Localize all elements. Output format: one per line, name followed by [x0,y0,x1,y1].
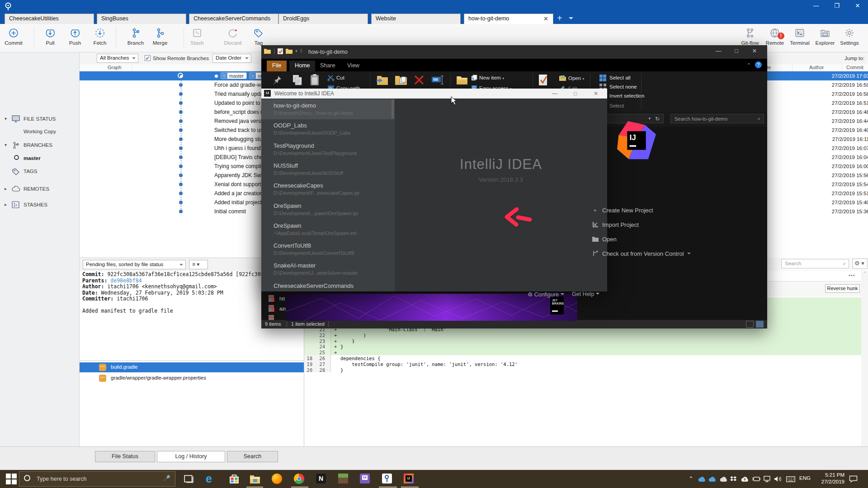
repo-tab[interactable]: Website [371,14,461,24]
task-view-button[interactable] [184,474,194,484]
welcome-maximize-button[interactable]: □ [574,90,577,97]
sidebar-branches[interactable]: ▾ BRANCHES [0,141,80,151]
new-tab-button[interactable]: + [557,14,562,22]
taskbar-store-icon[interactable] [229,474,240,484]
taskbar-edge-icon[interactable]: e [206,474,217,484]
welcome-minimize-button[interactable]: — [552,90,557,97]
network-icon[interactable] [764,476,772,482]
repo-tab[interactable]: CheesecakeServerCommands [189,14,278,24]
recent-project-item[interactable]: how-to-git-demo D:\Kenneth\Docu...\how-t… [261,99,395,119]
taskbar-search[interactable]: Type here to search 🎤 [19,471,175,487]
delete-icon[interactable] [413,74,425,86]
language-indicator[interactable]: ENG [799,475,811,481]
new-item-icon[interactable] [471,75,477,81]
open-label[interactable]: Open ▾ [568,75,584,81]
reverse-hunk-button[interactable]: Reverse hunk [825,284,860,293]
tab-file-status[interactable]: File Status [95,451,155,462]
fetch-button[interactable]: Fetch [82,27,118,46]
sidebar-stashes[interactable]: ▸ STASHES [0,201,80,211]
ribbon-tab-home[interactable]: Home [289,61,315,71]
close-button[interactable]: ✕ [847,0,868,13]
get-help-menu[interactable]: Get Help [572,291,599,297]
file-row[interactable]: ··· gradle/wrapper/gradle-wrapper.proper… [80,373,304,383]
open-icon[interactable] [559,75,566,81]
dropbox-icon[interactable] [730,476,737,483]
repo-tab[interactable]: SingBuses [97,14,186,24]
show-remote-checkbox[interactable]: ✓ [145,55,151,61]
new-folder-icon[interactable] [456,74,468,86]
copy-icon[interactable] [292,74,303,86]
diff-scrollbar[interactable]: ⌃ [861,271,868,446]
details-view-button[interactable] [746,321,754,328]
backup-cloud-icon[interactable] [741,476,749,482]
file-collapse-button[interactable]: ••• [849,272,855,278]
diff-search-input[interactable]: Search⌕ [781,259,849,268]
sidebar-file-status[interactable]: ▾ FILE STATUS [0,115,80,125]
start-button[interactable] [6,474,17,484]
help-icon[interactable]: ? [755,61,762,68]
taskbar-twitch-icon[interactable] [360,474,371,484]
order-dropdown[interactable]: Date Order [212,54,251,63]
ribbon-tab-file[interactable]: File [267,61,287,71]
repo-tab-active[interactable]: how-to-git-demo✕ [464,14,553,24]
power-icon[interactable] [752,476,761,482]
projects-scrollbar[interactable] [392,99,394,118]
sidebar-branch-master[interactable]: master [0,154,80,164]
recent-project-item[interactable]: ConvertToUtf8 D:\Development\Java\Conver… [261,239,395,259]
copy-to-icon[interactable] [394,74,408,86]
taskbar-notion-icon[interactable]: N [316,474,327,484]
sidebar-working-copy[interactable]: Working Copy [0,127,80,137]
commit-button[interactable]: Commit [0,27,32,46]
explorer-close-button[interactable]: ✕ [745,45,764,58]
thumbnail-view-button[interactable] [756,321,764,328]
keyboard-icon[interactable] [786,476,795,482]
taskbar-chrome-icon[interactable] [294,474,305,484]
tab-search[interactable]: Search [227,451,278,462]
recent-project-item[interactable]: SnakeAI-master D:\Development\J...ameSol… [261,259,395,279]
tray-expand-icon[interactable]: ⌃ [689,475,693,482]
volume-icon[interactable] [774,476,783,482]
new-item-label[interactable]: New item ▾ [479,75,504,80]
onedrive-icon[interactable] [708,476,717,482]
action-center-icon[interactable] [849,475,858,483]
taskbar-minecraft-icon[interactable] [338,474,349,484]
settings-button[interactable]: Settings [831,27,868,46]
cut-label[interactable]: Cut [336,75,344,80]
ribbon-tab-view[interactable]: View [342,61,365,71]
explorer-maximize-button[interactable]: □ [727,45,745,58]
paste-icon[interactable] [309,74,320,86]
recent-project-item[interactable]: OreSpawn D:\Development\...pawn\OreSpawn… [261,200,395,220]
recent-project-item[interactable]: OODP_Labs D:\Development\Java\OODP_Labs [261,119,395,139]
select-all-label[interactable]: Select all [609,75,631,80]
taskbar-explorer-icon[interactable] [250,474,260,484]
diff-options-button[interactable]: ⚙ ▾ [852,258,868,269]
branch-filter-dropdown[interactable]: All Branches [97,54,138,63]
ribbon-collapse-icon[interactable]: ⌃ [747,62,751,68]
properties-icon[interactable] [538,74,549,86]
select-none-label[interactable]: Select none [609,84,637,89]
configure-menu[interactable]: ⚙ Configure [528,291,564,298]
close-tab-icon[interactable]: ✕ [543,15,548,22]
taskbar-intellij-icon[interactable]: IJ [404,474,415,484]
restore-button[interactable]: ❐ [826,0,847,13]
explorer-minimize-button[interactable]: — [709,45,727,58]
stash-button[interactable]: Stash [179,27,215,46]
onedrive-icon[interactable] [698,476,706,482]
merge-button[interactable]: Merge [142,27,178,46]
tag-button[interactable]: Tag [241,27,277,46]
ribbon-tab-share[interactable]: Share [315,61,340,71]
select-all-icon[interactable] [599,75,606,81]
rename-icon[interactable] [431,75,445,85]
welcome-close-button[interactable]: ✕ [594,90,598,97]
tab-list-caret[interactable] [569,17,573,22]
recent-project-item[interactable]: NUSStuff D:\Development\Java\NUSStuff [261,160,395,179]
parent-link[interactable]: de98e8bf84 [110,277,142,284]
pin-icon[interactable] [272,75,282,86]
recent-project-item[interactable]: CheesecakeServerCommands D:\Development\… [261,280,395,291]
repo-tab[interactable]: DroidEggs [278,14,368,24]
recent-project-item[interactable]: TestPlayground D:\Development\Java\TestP… [261,140,395,160]
minimize-button[interactable]: — [806,0,826,13]
taskbar-firefox-icon[interactable] [272,474,283,484]
pending-files-dropdown[interactable]: Pending files, sorted by file status [83,260,186,269]
taskbar-sourcetree-icon[interactable] [382,474,393,484]
